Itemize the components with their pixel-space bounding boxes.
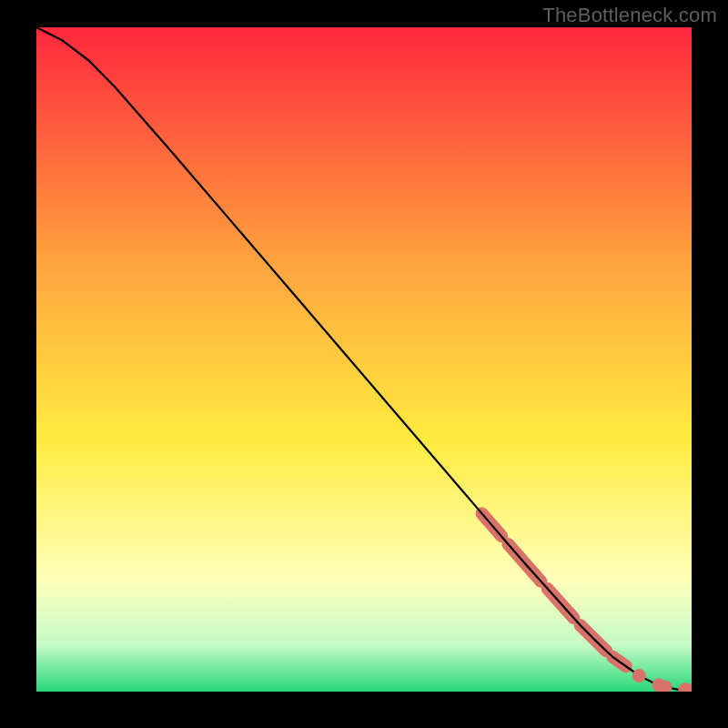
watermark-text: TheBottleneck.com xyxy=(542,4,717,27)
highlight-point xyxy=(659,681,672,692)
plot-svg xyxy=(36,27,692,692)
plot-area xyxy=(36,27,692,692)
highlight-point xyxy=(632,669,645,682)
gradient-background xyxy=(36,27,692,692)
chart-frame: TheBottleneck.com xyxy=(0,0,728,728)
